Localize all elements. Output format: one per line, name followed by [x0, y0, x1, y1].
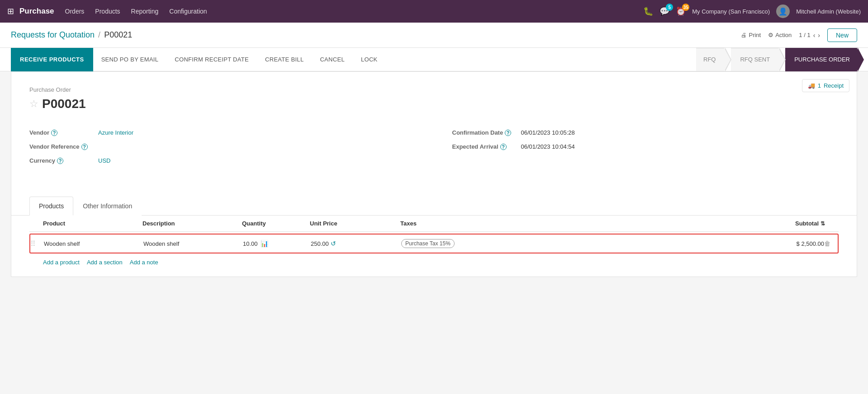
record-position: 1 / 1 [799, 32, 810, 38]
add-note-link[interactable]: Add a note [130, 259, 158, 266]
breadcrumb-parent[interactable]: Requests for Quotation [11, 30, 95, 40]
activity-button[interactable]: ⏰ 35 [676, 6, 686, 16]
status-steps: RFQ RFQ SENT PURCHASE ORDER [696, 48, 857, 71]
app-grid-icon[interactable]: ⊞ [7, 6, 14, 16]
company-name: My Company (San Francisco) [692, 8, 770, 15]
nav-right: 🐛 💬 5 ⏰ 35 My Company (San Francisco) 👤 … [643, 5, 861, 18]
action-button[interactable]: ⚙ Action [768, 32, 792, 38]
col-delete [825, 220, 839, 227]
step-rfq[interactable]: RFQ [696, 48, 725, 71]
content-card: 🚚 1 Receipt Purchase Order ☆ P00021 Vend… [11, 71, 857, 277]
row-unit-price[interactable]: 250.00 ↺ [311, 240, 401, 247]
right-fields: Confirmation Date ? 06/01/2023 10:05:28 … [452, 126, 839, 168]
nav-reporting[interactable]: Reporting [131, 8, 159, 15]
col-quantity: Quantity [242, 220, 310, 227]
reset-price-icon[interactable]: ↺ [331, 240, 336, 247]
breadcrumb-bar: Requests for Quotation / P00021 🖨 Print … [0, 23, 868, 48]
top-navigation: ⊞ Purchase Orders Products Reporting Con… [0, 0, 868, 23]
products-table: Product Description Quantity Unit Price … [11, 216, 857, 277]
step-purchase-order[interactable]: PURCHASE ORDER [785, 48, 857, 71]
bug-icon-button[interactable]: 🐛 [643, 6, 653, 16]
drag-handle-icon[interactable]: ⠿ [30, 239, 36, 248]
chart-icon[interactable]: 📊 [261, 240, 268, 247]
breadcrumb-current: P00021 [104, 30, 132, 40]
col-taxes: Taxes [400, 220, 491, 227]
subtotal-sort-icon[interactable]: ⇅ [821, 220, 825, 227]
row-quantity[interactable]: 10.00 📊 [243, 240, 311, 247]
po-number: P00021 [42, 97, 86, 111]
tab-products[interactable]: Products [29, 197, 73, 216]
table-header: Product Description Quantity Unit Price … [29, 216, 839, 232]
tabs: Products Other Information [11, 197, 857, 216]
messages-button[interactable]: 💬 5 [659, 6, 669, 16]
confirm-date-help-icon[interactable]: ? [505, 130, 511, 136]
form-fields: Vendor ? Azure Interior Vendor Reference… [29, 126, 839, 168]
receipt-button[interactable]: 🚚 1 Receipt [802, 79, 849, 92]
expected-arrival-field: Expected Arrival ? 06/01/2023 10:04:54 [452, 140, 839, 154]
currency-help-icon[interactable]: ? [57, 158, 63, 164]
avatar[interactable]: 👤 [776, 5, 790, 18]
add-product-link[interactable]: Add a product [43, 259, 80, 266]
currency-value[interactable]: USD [98, 157, 110, 164]
add-links: Add a product Add a section Add a note [29, 255, 839, 266]
receive-products-button[interactable]: RECEIVE PRODUCTS [11, 48, 93, 71]
action-bar: RECEIVE PRODUCTS SEND PO BY EMAIL CONFIR… [0, 48, 868, 71]
step-rfq-label: RFQ [703, 56, 716, 63]
favorite-star-icon[interactable]: ☆ [29, 98, 38, 110]
row-product[interactable]: Wooden shelf [44, 240, 143, 247]
messages-badge: 5 [666, 4, 673, 11]
vendor-reference-label: Vendor Reference ? [29, 143, 93, 150]
main-content: 🚚 1 Receipt Purchase Order ☆ P00021 Vend… [0, 71, 868, 393]
row-description[interactable]: Wooden shelf [143, 240, 243, 247]
delete-row-icon[interactable]: 🗑 [824, 240, 830, 247]
currency-field: Currency ? USD [29, 154, 416, 168]
create-bill-button[interactable]: CREATE BILL [257, 48, 312, 71]
nav-products[interactable]: Products [95, 8, 120, 15]
vendor-reference-field: Vendor Reference ? [29, 140, 416, 154]
cancel-button[interactable]: CANCEL [312, 48, 353, 71]
vendor-value[interactable]: Azure Interior [98, 129, 133, 136]
gear-icon: ⚙ [768, 32, 773, 38]
next-record-button[interactable]: › [818, 32, 820, 39]
row-subtotal: $ 2,500.00 [492, 240, 824, 247]
col-description: Description [142, 220, 242, 227]
form-body: Purchase Order ☆ P00021 Vendor ? Azure I… [11, 72, 857, 197]
user-name[interactable]: Mitchell Admin (Website) [796, 8, 861, 15]
vendor-ref-help-icon[interactable]: ? [81, 144, 88, 150]
col-drag [29, 220, 43, 227]
truck-icon: 🚚 [808, 82, 815, 89]
receipt-label: Receipt [824, 82, 844, 89]
col-unit-price: Unit Price [310, 220, 400, 227]
app-name[interactable]: Purchase [19, 7, 54, 16]
send-po-by-email-button[interactable]: SEND PO BY EMAIL [93, 48, 167, 71]
add-section-link[interactable]: Add a section [87, 259, 123, 266]
printer-icon: 🖨 [741, 32, 747, 38]
row-drag-handle[interactable]: ⠿ [30, 239, 44, 248]
action-buttons: RECEIVE PRODUCTS SEND PO BY EMAIL CONFIR… [11, 48, 386, 71]
record-navigation: 1 / 1 ‹ › [799, 32, 820, 39]
new-button[interactable]: New [827, 28, 857, 42]
nav-orders[interactable]: Orders [65, 8, 85, 15]
expected-arrival-value: 06/01/2023 10:04:54 [521, 143, 575, 150]
vendor-help-icon[interactable]: ? [51, 130, 57, 136]
step-rfq-sent[interactable]: RFQ SENT [731, 48, 779, 71]
print-button[interactable]: 🖨 Print [741, 32, 761, 38]
prev-record-button[interactable]: ‹ [813, 32, 816, 39]
vendor-field: Vendor ? Azure Interior [29, 126, 416, 140]
action-label: Action [775, 32, 792, 38]
confirmation-date-value: 06/01/2023 10:05:28 [521, 129, 575, 136]
left-fields: Vendor ? Azure Interior Vendor Reference… [29, 126, 416, 168]
lock-button[interactable]: LOCK [353, 48, 386, 71]
expected-arrival-help-icon[interactable]: ? [500, 144, 507, 150]
confirmation-date-label: Confirmation Date ? [452, 129, 516, 136]
vendor-label: Vendor ? [29, 129, 93, 136]
nav-configuration[interactable]: Configuration [169, 8, 207, 15]
receipt-count: 1 [818, 82, 821, 89]
row-taxes[interactable]: Purchase Tax 15% [401, 239, 492, 248]
step-purchase-order-label: PURCHASE ORDER [794, 56, 850, 63]
confirm-receipt-date-button[interactable]: CONFIRM RECEIPT DATE [166, 48, 257, 71]
tab-other-information[interactable]: Other Information [73, 197, 142, 216]
currency-label: Currency ? [29, 157, 93, 164]
breadcrumb-actions: 🖨 Print ⚙ Action 1 / 1 ‹ › New [741, 28, 857, 42]
row-delete[interactable]: 🗑 [824, 240, 838, 247]
